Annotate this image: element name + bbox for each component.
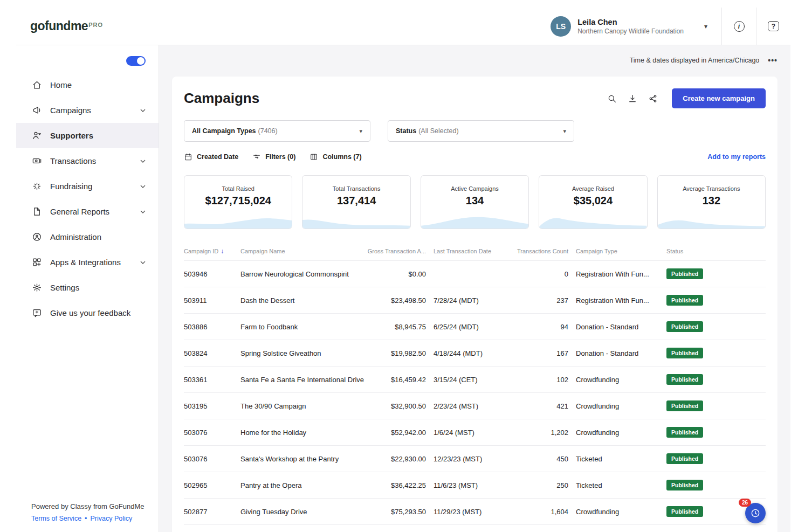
table-row[interactable]: 503076 Santa's Workshop at the Pantry $2… <box>184 445 766 472</box>
table-row[interactable]: 503195 The 30/90 Campaign $32,900.50 2/2… <box>184 392 766 419</box>
stat-label: Active Campaigns <box>421 185 528 192</box>
status-select[interactable]: Status (All Selected) ▾ <box>388 120 574 142</box>
powered-by-text: Powered by Classy from GoFundMe <box>31 502 159 510</box>
more-options-button[interactable]: ••• <box>768 56 778 65</box>
sidebar-item-fundraising[interactable]: Fundraising <box>16 174 159 199</box>
table-row[interactable]: 503824 Spring Solstice Giveathon $19,982… <box>184 340 766 366</box>
filters-button[interactable]: Filters (0) <box>252 153 295 161</box>
campaigns-card: Campaigns Create new campaign All Campai… <box>172 77 778 532</box>
column-header-last-transaction-date[interactable]: Last Transaction Date <box>434 247 515 255</box>
sidebar-item-feedback[interactable]: Give us your feedback <box>16 300 159 326</box>
campaign-id-cell: 502877 <box>184 508 240 516</box>
sidebar-item-administration[interactable]: Administration <box>16 224 159 250</box>
gross-transaction-cell: $19,982.50 <box>366 349 434 357</box>
campaign-type-cell: Crowdfunding <box>576 376 666 384</box>
info-button[interactable]: i <box>721 8 756 45</box>
fundraising-icon <box>31 181 42 192</box>
sidebar-item-label: Transactions <box>50 156 96 165</box>
table-row[interactable]: 502877 Giving Tuesday Drive $75,293.50 1… <box>184 498 766 524</box>
select-count: (7406) <box>258 127 278 135</box>
sidebar-item-apps-integrations[interactable]: Apps & Integrations <box>16 250 159 275</box>
gross-transaction-cell: $8,945.75 <box>366 323 434 331</box>
sidebar-item-label: Supporters <box>50 131 93 140</box>
megaphone-icon <box>31 105 42 116</box>
campaign-type-cell: Registration With Fun... <box>576 270 666 278</box>
table-row[interactable]: 503886 Farm to Foodbank $8,945.75 6/25/2… <box>184 313 766 340</box>
select-label: All Campaign Types <box>192 127 256 135</box>
campaign-type-cell: Ticketed <box>576 455 666 463</box>
campaign-types-select[interactable]: All Campaign Types (7406) ▾ <box>184 120 370 142</box>
transactions-count-cell: 1,604 <box>515 508 576 516</box>
main-content: Time & dates displayed in America/Chicag… <box>159 45 790 532</box>
dot-separator: • <box>85 515 87 522</box>
created-date-button[interactable]: Created Date <box>184 153 238 161</box>
column-header-campaign-id[interactable]: Campaign ID ↓ <box>184 247 240 255</box>
toolbar-row: Created Date Filters (0) Columns (7) Add… <box>184 153 766 161</box>
campaign-name-cell: Santa's Workshop at the Pantry <box>240 455 366 463</box>
column-header-campaign-name[interactable]: Campaign Name <box>240 247 366 255</box>
body-row: Home Campaigns Supporters Transactions <box>16 45 790 532</box>
sidebar-item-label: Apps & Integrations <box>50 258 121 267</box>
document-icon <box>31 206 42 217</box>
chevron-down-icon <box>140 109 146 112</box>
sidebar-item-label: General Reports <box>50 207 109 216</box>
filter-row: All Campaign Types (7406) ▾ Status (All … <box>184 120 766 142</box>
campaign-id-cell: 503886 <box>184 323 240 331</box>
column-header-transactions-count[interactable]: Transactions Count <box>515 247 576 255</box>
campaign-id-cell: 503076 <box>184 455 240 463</box>
download-icon <box>628 94 637 103</box>
stat-card-total-transactions: Total Transactions 137,414 <box>302 175 410 229</box>
gross-transaction-cell: $36,422.25 <box>366 481 434 489</box>
gear-icon <box>31 282 42 293</box>
feedback-help-button[interactable]: ? <box>756 8 790 45</box>
floating-widget: 26 <box>745 503 766 523</box>
share-button[interactable] <box>648 94 658 103</box>
sidebar-item-supporters[interactable]: Supporters <box>16 123 159 148</box>
table-row[interactable]: 502965 Pantry at the Opera $36,422.25 11… <box>184 472 766 498</box>
campaign-name-cell: The 30/90 Campaign <box>240 402 366 410</box>
account-menu[interactable]: LS Leila Chen Northern Canopy Wildlife F… <box>536 8 721 45</box>
columns-button[interactable]: Columns (7) <box>309 153 361 161</box>
sidebar-toggle[interactable] <box>126 56 146 66</box>
table-row[interactable]: 503361 Santa Fe a Santa Fe International… <box>184 366 766 392</box>
add-to-my-reports-link[interactable]: Add to my reports <box>707 153 766 161</box>
transactions-count-cell: 237 <box>515 296 576 305</box>
search-button[interactable] <box>607 94 617 103</box>
table-row[interactable]: 503076 Home for the Holiday $52,942.00 1… <box>184 419 766 445</box>
column-header-campaign-type[interactable]: Campaign Type <box>576 247 666 255</box>
campaign-id-cell: 503195 <box>184 402 240 410</box>
create-new-campaign-button[interactable]: Create new campaign <box>672 88 766 108</box>
sidebar-item-general-reports[interactable]: General Reports <box>16 199 159 224</box>
download-button[interactable] <box>628 94 637 103</box>
stat-card-active-campaigns: Active Campaigns 134 <box>421 175 529 229</box>
table-row[interactable]: 503946 Barrow Neurological Commonspirit … <box>184 260 766 287</box>
calendar-icon <box>184 153 192 161</box>
campaign-type-cell: Registration With Fun... <box>576 296 666 305</box>
stat-value: 132 <box>658 195 765 207</box>
terms-of-service-link[interactable]: Terms of Service <box>31 515 81 522</box>
logo-pro-label: PRO <box>88 22 103 28</box>
supporters-icon <box>31 130 42 141</box>
table-row[interactable]: 503911 Dash the Dessert $23,498.50 7/28/… <box>184 287 766 313</box>
sidebar-item-transactions[interactable]: Transactions <box>16 148 159 174</box>
campaign-name-cell: Dash the Dessert <box>240 296 366 305</box>
campaign-name-cell: Spring Solstice Giveathon <box>240 349 366 357</box>
sidebar-footer: Powered by Classy from GoFundMe Terms of… <box>16 495 159 532</box>
sidebar-item-settings[interactable]: Settings <box>16 275 159 300</box>
stat-label: Total Transactions <box>302 185 410 192</box>
card-header: Campaigns Create new campaign <box>184 88 766 108</box>
gross-transaction-cell: $75,293.50 <box>366 508 434 516</box>
help-bubble-icon: ? <box>768 21 779 31</box>
column-header-gross-transaction[interactable]: Gross Transaction A... <box>366 247 434 255</box>
gofundme-pro-logo[interactable]: gofundmePRO <box>16 19 103 33</box>
toggle-knob <box>137 57 145 65</box>
privacy-policy-link[interactable]: Privacy Policy <box>90 515 132 522</box>
sidebar-item-campaigns[interactable]: Campaigns <box>16 98 159 123</box>
table-row[interactable]: 502867 Fall Y'all Fundraiser $7,119.96 1… <box>184 524 766 532</box>
campaign-id-cell: 503946 <box>184 270 240 278</box>
column-header-status[interactable]: Status <box>666 247 766 255</box>
chevron-down-icon: ▾ <box>704 23 707 30</box>
sidebar-item-home[interactable]: Home <box>16 72 159 98</box>
gross-transaction-cell: $0.00 <box>366 270 434 278</box>
legal-links: Terms of Service•Privacy Policy <box>31 515 159 522</box>
